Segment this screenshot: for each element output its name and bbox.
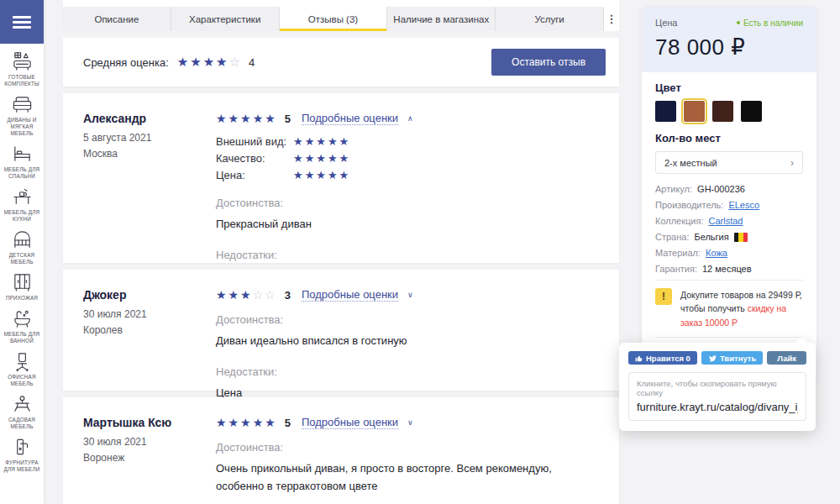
category-sidebar: ГОТОВЫЕ КОМПЛЕКТЫ ДИВАНЫ И МЯГКАЯ МЕБЕЛЬ… <box>0 0 44 504</box>
detail-rating-label: Качество: <box>216 152 293 165</box>
tab-specs[interactable]: Характеристики <box>171 7 280 31</box>
facebook-like-button[interactable]: Нравится 0 <box>628 351 697 365</box>
sidebar-item-garden[interactable]: САДОВАЯ МЕБЕЛЬ <box>0 394 44 430</box>
pros-label: Достоинства: <box>216 441 599 454</box>
thumb-up-icon <box>635 354 643 362</box>
pros-text: Прекрасный диван <box>216 216 599 234</box>
sidebar-item-bedroom[interactable]: МЕБЕЛЬ ДЛЯ СПАЛЬНИ <box>0 144 44 180</box>
menu-button[interactable] <box>0 0 44 44</box>
color-swatch-black[interactable] <box>741 101 762 122</box>
sidebar-item-label: ДИВАНЫ И МЯГКАЯ МЕБЕЛЬ <box>0 117 44 137</box>
sidebar-item-label: САДОВАЯ МЕБЕЛЬ <box>0 417 44 430</box>
office-chair-icon <box>12 351 33 372</box>
material-link[interactable]: Кожа <box>706 248 727 258</box>
chevron-right-icon: › <box>790 157 794 169</box>
attribute-label: Материал: <box>655 248 701 258</box>
reviewer-name: Джокер <box>83 288 216 302</box>
tab-services[interactable]: Услуги <box>496 7 604 31</box>
tweet-label: Твитнуть <box>720 354 756 363</box>
seats-selected-value: 2-х местный <box>664 158 717 168</box>
pros-text: Диван идеально вписался в гостиную <box>216 333 599 350</box>
pros-label: Достоинства: <box>216 313 599 326</box>
reviewer-name: Мартышка Ксю <box>83 416 216 429</box>
sidebar-item-label: ПРИХОЖАЯ <box>4 295 39 302</box>
share-popup: Нравится 0 Твитнуть Лайк Кликните, чтобы… <box>619 343 816 431</box>
kitchen-icon <box>12 186 33 207</box>
color-swatch-navy[interactable] <box>655 101 676 122</box>
attribute-label: Страна: <box>655 232 689 242</box>
review-date: 30 июля 2021 <box>83 308 216 320</box>
sidebar-item-kitchen[interactable]: МЕБЕЛЬ ДЛЯ КУХНИ <box>0 186 44 223</box>
price-label: Цена <box>655 18 677 28</box>
tab-reviews[interactable]: Отзывы (3) <box>280 7 388 31</box>
seats-label: Кол-во мест <box>655 132 803 144</box>
product-price: 78 000 ₽ <box>655 34 803 60</box>
crib-icon <box>12 229 33 250</box>
share-url: furniture.krayt.ru/catalog/divany_i_myag <box>637 401 798 413</box>
collection-link[interactable]: Carlstad <box>709 216 743 226</box>
sidebar-item-hallway[interactable]: ПРИХОЖАЯ <box>0 272 44 302</box>
review-stars: ★★★☆☆ <box>216 288 277 302</box>
tabs-overflow-button[interactable]: ⋮ <box>604 7 619 31</box>
bed-icon <box>12 144 33 165</box>
average-rating-stars: ★★★★☆ <box>177 55 242 70</box>
review-score: 5 <box>285 113 291 125</box>
manufacturer-link[interactable]: ELesco <box>728 200 759 210</box>
detailed-ratings-link[interactable]: Подробные оценки <box>302 288 398 302</box>
seats-select[interactable]: 2-х местный › <box>655 151 803 174</box>
detail-rating-stars: ★★★★★ <box>293 135 350 148</box>
detailed-ratings-link[interactable]: Подробные оценки <box>302 112 398 125</box>
tweet-button[interactable]: Твитнуть <box>701 351 763 365</box>
facebook-like-label: Нравится 0 <box>646 354 690 363</box>
chevron-down-icon[interactable]: ∨ <box>407 418 413 427</box>
review-city: Москва <box>83 148 216 160</box>
like-button[interactable]: Лайк <box>767 351 806 365</box>
attribute-label: Производитель: <box>655 200 723 210</box>
leave-review-button[interactable]: Оставить отзыв <box>491 49 606 76</box>
review-item: Александр 5 августа 2021 Москва ★★★★★ 5 … <box>63 93 619 263</box>
sidebar-item-label: ОФИСНАЯ МЕБЕЛЬ <box>0 374 44 387</box>
sofa-icon <box>12 94 33 115</box>
sidebar-item-ready-sets[interactable]: ГОТОВЫЕ КОМПЛЕКТЫ <box>0 51 44 87</box>
copy-link-box[interactable]: Кликните, чтобы скопировать прямую ссылк… <box>628 372 806 421</box>
pros-text: Очень прикольный диван, я просто в восто… <box>216 460 599 496</box>
color-swatch-terracotta-selected[interactable] <box>684 101 705 122</box>
review-stars: ★★★★★ <box>216 416 277 429</box>
tab-description[interactable]: Описание <box>63 7 171 31</box>
rating-summary-card: Средняя оценка: ★★★★☆ 4 Оставить отзыв <box>63 38 619 87</box>
tab-availability[interactable]: Наличие в магазинах <box>387 7 496 31</box>
review-city: Королев <box>83 324 216 336</box>
price-section: Цена Есть в наличии 78 000 ₽ <box>642 7 816 72</box>
review-item: Мартышка Ксю 30 июля 2021 Воронеж ★★★★★ … <box>63 397 619 504</box>
attribute-label: Гарантия: <box>655 264 697 274</box>
sidebar-item-hardware[interactable]: ФУРНИТУРА ДЛЯ МЕБЕЛИ <box>0 437 44 473</box>
sidebar-item-kids[interactable]: ДЕТСКАЯ МЕБЕЛЬ <box>0 229 44 265</box>
review-date: 30 июля 2021 <box>83 436 216 448</box>
pros-label: Достоинства: <box>216 197 599 209</box>
review-date: 5 августа 2021 <box>83 132 216 144</box>
detailed-ratings: Внешний вид: ★★★★★ Качество: ★★★★★ Цена:… <box>216 135 599 181</box>
wardrobe-icon <box>12 272 33 293</box>
attribute-label: Артикул: <box>655 184 692 194</box>
sidebar-item-bathroom[interactable]: МЕБЕЛЬ ДЛЯ ВАННОЙ <box>0 308 44 344</box>
sidebar-item-label: ФУРНИТУРА ДЛЯ МЕБЕЛИ <box>0 459 44 473</box>
detail-rating-label: Внешний вид: <box>216 135 293 148</box>
belgium-flag-icon <box>734 233 748 242</box>
chevron-up-icon[interactable]: ∧ <box>407 114 413 123</box>
sidebar-item-sofas[interactable]: ДИВАНЫ И МЯГКАЯ МЕБЕЛЬ <box>0 94 44 137</box>
sidebar-item-office[interactable]: ОФИСНАЯ МЕБЕЛЬ <box>0 351 44 387</box>
chevron-down-icon[interactable]: ∨ <box>407 291 413 299</box>
color-label: Цвет <box>655 81 803 94</box>
exclamation-icon: ! <box>655 288 672 305</box>
detailed-ratings-link[interactable]: Подробные оценки <box>302 416 398 429</box>
sidebar-item-label: МЕБЕЛЬ ДЛЯ СПАЛЬНИ <box>0 166 44 180</box>
product-purchase-panel: Цена Есть в наличии 78 000 ₽ Цвет Кол-во… <box>642 7 816 382</box>
detail-rating-label: Цена: <box>216 169 293 181</box>
sidebar-item-label: МЕБЕЛЬ ДЛЯ КУХНИ <box>0 209 44 223</box>
color-swatch-brown[interactable] <box>712 101 733 122</box>
average-rating-label: Средняя оценка: <box>83 56 169 69</box>
detail-rating-stars: ★★★★★ <box>293 152 350 165</box>
discount-promo: ! Докупите товаров на 29499 Р, чтобы пол… <box>655 280 803 338</box>
tabs-background <box>63 0 619 7</box>
detail-rating-stars: ★★★★★ <box>293 169 350 181</box>
